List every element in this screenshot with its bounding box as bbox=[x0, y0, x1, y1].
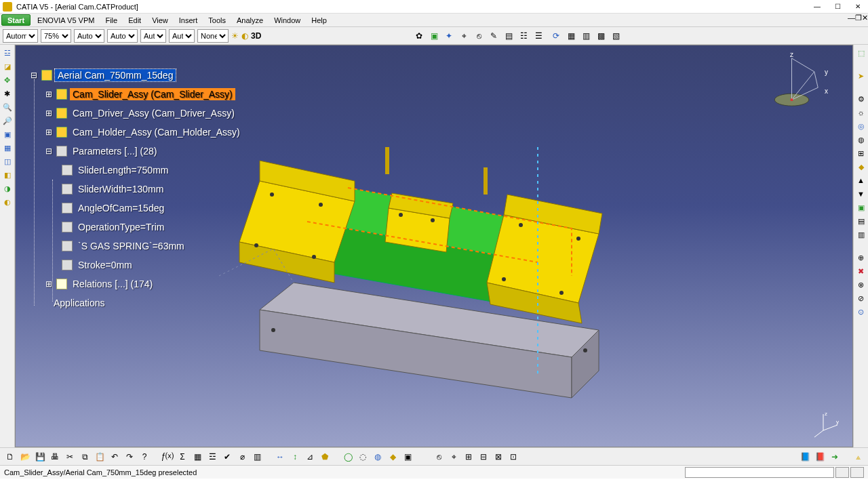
design-table-icon[interactable]: ▥ bbox=[251, 451, 263, 463]
expand-icon[interactable]: ⊞ bbox=[44, 108, 54, 118]
tool-icon[interactable]: ⊠ bbox=[492, 451, 505, 463]
law-icon[interactable]: ⌀ bbox=[236, 451, 248, 463]
tool-icon[interactable]: ▩ bbox=[595, 30, 607, 42]
graph-icon[interactable]: ☳ bbox=[2, 47, 13, 58]
menu-tools[interactable]: Tools bbox=[203, 14, 231, 26]
new-icon[interactable]: 🗋 bbox=[4, 451, 16, 463]
tree-node-parameters[interactable]: Parameters [...] (28) bbox=[70, 145, 159, 157]
tool-icon[interactable]: ✖ bbox=[856, 266, 867, 277]
menu-help[interactable]: Help bbox=[306, 14, 332, 26]
menu-file[interactable]: File bbox=[100, 14, 123, 26]
tool-icon[interactable]: ⊿ bbox=[304, 451, 316, 463]
aut4-combo[interactable]: Aut bbox=[169, 29, 195, 43]
tree-node-holder[interactable]: Cam_Holder_Assy (Cam_Holder_Assy) bbox=[70, 126, 243, 138]
3d-model[interactable] bbox=[219, 106, 667, 405]
zoom-in-icon[interactable]: 🔍 bbox=[2, 102, 13, 113]
tool-icon[interactable]: ▥ bbox=[856, 229, 867, 240]
tool-icon[interactable]: ⊞ bbox=[462, 451, 475, 463]
auto1-combo[interactable]: Auto bbox=[74, 29, 104, 43]
tool-icon[interactable]: ◍ bbox=[372, 451, 384, 463]
help-icon[interactable]: ? bbox=[138, 451, 151, 463]
menu-start[interactable]: Start bbox=[1, 14, 31, 26]
zoom-out-icon[interactable]: 🔎 bbox=[2, 115, 13, 126]
specification-tree[interactable]: ⊟ Aerial Cam_750mm_15deg ⊞ Cam_Slider_As… bbox=[29, 66, 243, 312]
menu-analyze[interactable]: Analyze bbox=[231, 14, 269, 26]
swap-icon[interactable]: ◐ bbox=[2, 197, 13, 207]
tool-icon[interactable]: ▧ bbox=[610, 30, 622, 42]
tool-icon[interactable]: ⬟ bbox=[319, 451, 331, 463]
param-gasspring[interactable]: `S GAS SPRING`=63mm bbox=[75, 240, 187, 252]
tool-icon[interactable]: ⎋ bbox=[433, 451, 445, 463]
mdi-close-button[interactable]: ✕ bbox=[862, 14, 868, 26]
tool-icon[interactable]: ▤ bbox=[502, 30, 515, 42]
tree-node-driver[interactable]: Cam_Driver_Assy (Cam_Driver_Assy) bbox=[70, 107, 237, 119]
library-icon[interactable]: 📕 bbox=[814, 451, 826, 463]
update-icon[interactable]: ⟳ bbox=[550, 30, 562, 42]
iso-icon[interactable]: ◫ bbox=[2, 156, 13, 167]
tool-icon[interactable]: ☼ bbox=[856, 107, 867, 118]
tool-icon[interactable]: ◌ bbox=[357, 451, 369, 463]
fx-icon[interactable]: ƒ⒳ bbox=[161, 451, 174, 463]
normal-icon[interactable]: ▦ bbox=[2, 142, 13, 153]
close-button[interactable]: ✕ bbox=[848, 1, 868, 13]
fit-icon[interactable]: ▣ bbox=[2, 129, 13, 140]
measure-icon[interactable]: ↔ bbox=[274, 451, 286, 463]
redo-icon[interactable]: ↷ bbox=[123, 451, 136, 463]
paste-icon[interactable]: 📋 bbox=[94, 451, 106, 463]
tool-icon[interactable]: ⊙ bbox=[856, 306, 867, 317]
tool-icon[interactable]: ⊡ bbox=[507, 451, 519, 463]
tool-icon[interactable]: ▲ bbox=[856, 175, 867, 186]
3d-viewport[interactable]: ⊟ Aerial Cam_750mm_15deg ⊞ Cam_Slider_As… bbox=[15, 45, 853, 447]
menu-edit[interactable]: Edit bbox=[123, 14, 146, 26]
none-combo[interactable]: None bbox=[197, 29, 229, 43]
status-button-1[interactable] bbox=[835, 467, 849, 478]
expand-icon[interactable]: ⊟ bbox=[29, 70, 39, 80]
tree-node-slider[interactable]: Cam_Slider_Assy (Cam_Slider_Assy) bbox=[70, 88, 235, 100]
arrow-icon[interactable]: ➤ bbox=[856, 70, 867, 81]
tool-icon[interactable]: ⌖ bbox=[448, 451, 460, 463]
hide-icon[interactable]: ◑ bbox=[2, 183, 13, 194]
tool-icon[interactable]: ⬚ bbox=[856, 47, 867, 58]
mdi-minimize-button[interactable]: — bbox=[848, 14, 855, 26]
print-icon[interactable]: 🖶 bbox=[49, 451, 61, 463]
command-input[interactable] bbox=[685, 467, 834, 478]
cube-icon[interactable]: ◪ bbox=[2, 61, 13, 72]
tool-icon[interactable]: ☰ bbox=[532, 30, 545, 42]
param-operation[interactable]: OperationType=Trim bbox=[75, 221, 167, 233]
param-sliderlength[interactable]: SliderLength=750mm bbox=[75, 164, 171, 176]
tool-icon[interactable]: ▼ bbox=[856, 188, 867, 199]
measure-icon[interactable]: ↕ bbox=[289, 451, 301, 463]
save-icon[interactable]: 💾 bbox=[34, 451, 46, 463]
param-sliderwidth[interactable]: SliderWidth=130mm bbox=[75, 183, 166, 195]
auto2-combo[interactable]: Auto bbox=[107, 29, 138, 43]
copy-icon[interactable]: ⧉ bbox=[79, 451, 91, 463]
tool-icon[interactable]: ▣ bbox=[428, 30, 440, 42]
tool-icon[interactable]: ⊘ bbox=[856, 293, 867, 304]
tree-node-applications[interactable]: Applications bbox=[54, 297, 108, 309]
tool-icon[interactable]: ⎋ bbox=[473, 30, 485, 42]
tool-icon[interactable]: ✦ bbox=[443, 30, 455, 42]
constraint-icon[interactable]: ✱ bbox=[2, 88, 13, 99]
menu-view[interactable]: View bbox=[146, 14, 174, 26]
rule-icon[interactable]: ☲ bbox=[206, 451, 218, 463]
tool-icon[interactable]: ▣ bbox=[856, 202, 867, 213]
tool-icon[interactable]: ⊞ bbox=[856, 148, 867, 159]
status-button-2[interactable] bbox=[850, 467, 864, 478]
table-icon[interactable]: ▦ bbox=[191, 451, 203, 463]
param-angle[interactable]: AngleOfCam=15deg bbox=[75, 202, 167, 214]
tool-icon[interactable]: ▥ bbox=[580, 30, 592, 42]
expand-icon[interactable]: ⊞ bbox=[44, 127, 54, 137]
tool-icon[interactable]: ◆ bbox=[856, 161, 867, 172]
maximize-button[interactable]: ☐ bbox=[827, 1, 848, 13]
tool-icon[interactable]: ⊗ bbox=[856, 279, 867, 290]
tool-icon[interactable]: ➜ bbox=[829, 451, 841, 463]
menu-enovia[interactable]: ENOVIA V5 VPM bbox=[32, 14, 100, 26]
minimize-button[interactable]: — bbox=[807, 1, 827, 13]
layer-icon[interactable]: ☀ bbox=[231, 30, 239, 42]
threeD-button[interactable]: 3D bbox=[251, 30, 261, 42]
tool-icon[interactable]: ▤ bbox=[856, 216, 867, 226]
tool-icon[interactable]: ◎ bbox=[856, 121, 867, 131]
check-icon[interactable]: ✔ bbox=[221, 451, 233, 463]
expand-icon[interactable]: ⊞ bbox=[44, 89, 54, 99]
tool-icon[interactable]: ▣ bbox=[401, 451, 414, 463]
